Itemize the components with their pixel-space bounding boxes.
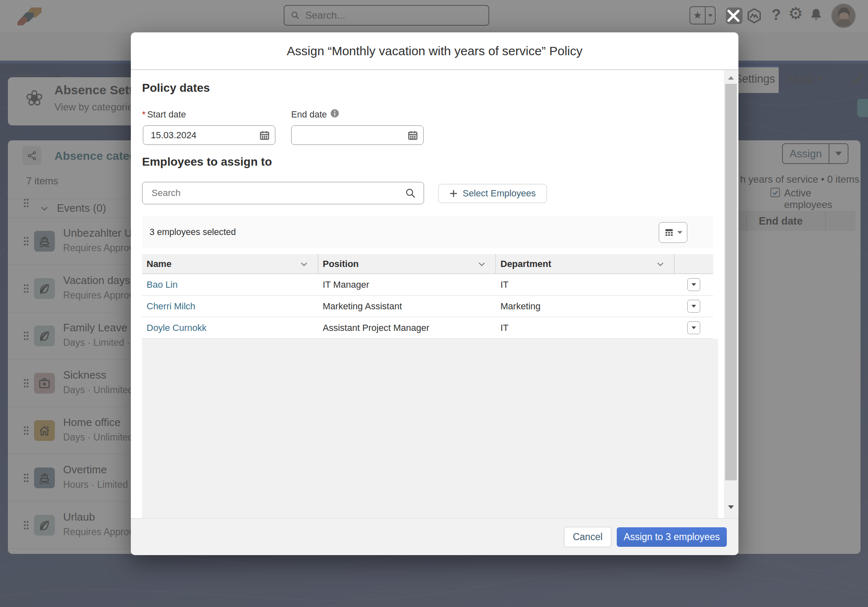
start-date-input[interactable]	[143, 126, 275, 144]
row-actions-dropdown[interactable]	[687, 321, 700, 334]
employee-department: IT	[496, 317, 674, 338]
employee-department: IT	[496, 274, 674, 295]
employees-table-header: Name Position Department	[142, 254, 713, 274]
cancel-button[interactable]: Cancel	[564, 527, 611, 547]
employee-row: Doyle CurnokkAssistant Project ManagerIT	[142, 317, 713, 339]
policy-dates-heading: Policy dates	[142, 81, 210, 95]
chevron-down-icon[interactable]	[477, 259, 486, 269]
assign-submit-button[interactable]: Assign to 3 employees	[617, 527, 727, 547]
employee-name-link[interactable]: Doyle Curnokk	[147, 323, 206, 333]
employee-name-link[interactable]: Bao Lin	[147, 279, 178, 290]
modal-footer: Cancel Assign to 3 employees	[131, 518, 738, 555]
employees-heading: Employees to assign to	[142, 155, 272, 169]
calendar-icon[interactable]	[259, 130, 270, 141]
column-settings-button[interactable]	[659, 222, 687, 243]
calendar-icon[interactable]	[407, 130, 418, 141]
employee-row: Bao LinIT ManagerIT	[142, 274, 713, 296]
screen: Search... ★ ? ⚙	[0, 0, 868, 607]
employee-row: Cherri MilchMarketing AssistantMarketing	[142, 296, 713, 317]
select-employees-button[interactable]: Select Employees	[438, 184, 547, 203]
selected-count-text: 3 employees selected	[150, 227, 236, 237]
column-header-name[interactable]: Name	[142, 254, 318, 274]
column-header-position[interactable]: Position	[318, 254, 496, 274]
employee-actions-cell	[674, 274, 713, 295]
required-asterisk: *	[142, 110, 145, 120]
employee-position: IT Manager	[318, 274, 496, 295]
column-header-actions	[674, 254, 713, 274]
start-date-label: *Start date	[142, 110, 186, 120]
modal-close-button[interactable]	[725, 7, 742, 24]
end-date-input[interactable]	[292, 126, 423, 144]
scroll-down-arrow[interactable]	[728, 505, 734, 509]
caret-down-icon	[677, 231, 682, 234]
start-date-field	[143, 125, 275, 145]
employee-department: Marketing	[496, 296, 674, 317]
employees-table: Name Position Department Bao LinIT Manag…	[142, 254, 713, 339]
employees-table-body: Bao LinIT ManagerITCherri MilchMarketing…	[142, 274, 713, 339]
modal-header: Assign “Monthly vacation with years of s…	[131, 32, 738, 70]
scrollbar-thumb[interactable]	[725, 84, 737, 480]
table-empty-area	[142, 339, 718, 518]
search-icon	[405, 188, 416, 199]
scroll-up-arrow[interactable]	[728, 76, 734, 80]
employee-actions-cell	[674, 296, 713, 317]
plus-icon	[449, 189, 458, 198]
employee-search-field	[142, 182, 424, 204]
assign-policy-modal: Assign “Monthly vacation with years of s…	[131, 32, 738, 555]
employee-position: Assistant Project Manager	[318, 317, 496, 338]
table-columns-icon	[664, 227, 674, 238]
modal-title: Assign “Monthly vacation with years of s…	[131, 44, 738, 58]
row-actions-dropdown[interactable]	[687, 300, 700, 313]
chevron-down-icon[interactable]	[299, 259, 309, 269]
employee-name-link[interactable]: Cherri Milch	[147, 301, 195, 312]
column-header-department[interactable]: Department	[496, 254, 674, 274]
end-date-field	[291, 125, 424, 145]
selection-summary-bar: 3 employees selected	[142, 216, 713, 248]
info-icon[interactable]	[330, 109, 339, 118]
employee-name-cell: Doyle Curnokk	[142, 317, 318, 338]
employee-search-input[interactable]	[142, 182, 424, 204]
chevron-down-icon[interactable]	[656, 259, 665, 269]
employee-position: Marketing Assistant	[318, 296, 496, 317]
end-date-label: End date	[291, 110, 327, 120]
modal-scrollbar[interactable]	[724, 70, 738, 518]
row-actions-dropdown[interactable]	[687, 278, 700, 291]
employee-actions-cell	[674, 317, 713, 338]
employee-name-cell: Cherri Milch	[142, 296, 318, 317]
employee-name-cell: Bao Lin	[142, 274, 318, 295]
